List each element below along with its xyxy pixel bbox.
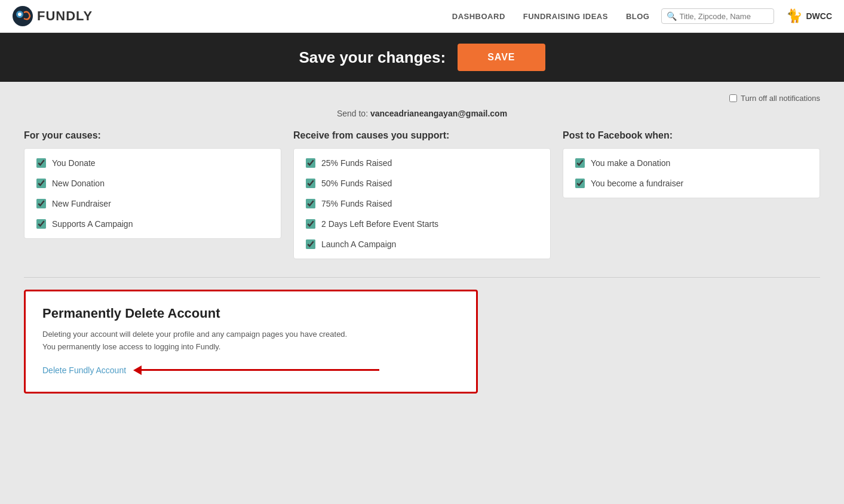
logo-text: FUNDLY xyxy=(37,8,93,24)
top-options: Turn off all notifications xyxy=(24,94,820,103)
section-receive-causes-title: Receive from causes you support: xyxy=(293,130,551,141)
checkbox-make-donation[interactable]: You make a Donation xyxy=(575,158,808,168)
logo[interactable]: FUNDLY xyxy=(12,5,93,27)
delete-account-description: Deleting your account will delete your p… xyxy=(42,328,459,354)
svg-point-2 xyxy=(18,13,22,16)
checkbox-2-days-left[interactable]: 2 Days Left Before Event Starts xyxy=(306,219,538,229)
turn-off-all-checkbox[interactable] xyxy=(729,94,737,102)
search-box: 🔍 xyxy=(661,8,774,24)
save-bar-text: Save your changes: xyxy=(299,48,446,67)
section-receive-causes-box: 25% Funds Raised 50% Funds Raised 75% Fu… xyxy=(293,148,551,259)
send-to-email: vanceadrianeangayan@gmail.com xyxy=(370,109,507,118)
turn-off-all-label[interactable]: Turn off all notifications xyxy=(729,94,820,103)
section-your-causes-box: You Donate New Donation New Fundraiser S… xyxy=(24,148,281,239)
delete-account-section: Permanently Delete Account Deleting your… xyxy=(24,290,478,394)
content-area: Turn off all notifications Send to: vanc… xyxy=(0,82,844,417)
notification-sections: For your causes: You Donate New Donation… xyxy=(24,130,820,259)
section-facebook: Post to Facebook when: You make a Donati… xyxy=(563,130,820,259)
user-menu[interactable]: 🐈 DWCC xyxy=(786,8,832,24)
nav-dashboard[interactable]: DASHBOARD xyxy=(452,12,505,21)
save-button[interactable]: SAVE xyxy=(458,44,545,71)
checkbox-launch-campaign[interactable]: Launch A Campaign xyxy=(306,239,538,249)
section-facebook-box: You make a Donation You become a fundrai… xyxy=(563,148,820,198)
arrow-indicator xyxy=(133,365,379,375)
nav-blog[interactable]: BLOG xyxy=(626,12,650,21)
checkbox-new-fundraiser[interactable]: New Fundraiser xyxy=(36,199,269,208)
delete-link-row: Delete Fundly Account xyxy=(42,365,459,375)
nav-links: DASHBOARD FUNDRAISING IDEAS BLOG xyxy=(452,12,650,21)
checkbox-25-funds[interactable]: 25% Funds Raised xyxy=(306,158,538,168)
section-your-causes: For your causes: You Donate New Donation… xyxy=(24,130,281,259)
nav-fundraising-ideas[interactable]: FUNDRAISING IDEAS xyxy=(523,12,608,21)
send-to: Send to: vanceadrianeangayan@gmail.com xyxy=(24,109,820,118)
delete-fundly-account-link[interactable]: Delete Fundly Account xyxy=(42,365,126,375)
user-avatar-icon: 🐈 xyxy=(786,8,802,24)
checkbox-you-donate[interactable]: You Donate xyxy=(36,158,269,168)
arrow-shaft xyxy=(140,369,379,371)
checkbox-new-donation[interactable]: New Donation xyxy=(36,179,269,188)
navbar: FUNDLY DASHBOARD FUNDRAISING IDEAS BLOG … xyxy=(0,0,844,33)
delete-account-title: Permanently Delete Account xyxy=(42,306,459,321)
checkbox-become-fundraiser[interactable]: You become a fundraiser xyxy=(575,179,808,188)
section-facebook-title: Post to Facebook when: xyxy=(563,130,820,141)
logo-icon xyxy=(12,5,33,27)
checkbox-supports-campaign[interactable]: Supports A Campaign xyxy=(36,219,269,229)
checkbox-50-funds[interactable]: 50% Funds Raised xyxy=(306,179,538,188)
section-receive-causes: Receive from causes you support: 25% Fun… xyxy=(293,130,551,259)
checkbox-75-funds[interactable]: 75% Funds Raised xyxy=(306,199,538,208)
section-your-causes-title: For your causes: xyxy=(24,130,281,141)
search-input[interactable] xyxy=(679,12,769,21)
search-icon: 🔍 xyxy=(667,11,677,21)
user-label: DWCC xyxy=(806,11,832,21)
section-divider xyxy=(24,277,820,278)
save-bar: Save your changes: SAVE xyxy=(0,33,844,82)
